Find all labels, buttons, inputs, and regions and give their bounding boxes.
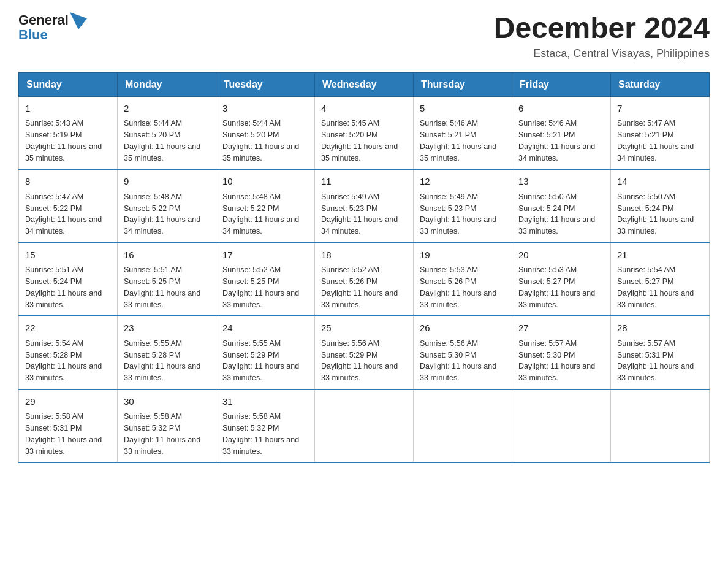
title-block: December 2024 Estaca, Central Visayas, P… xyxy=(494,12,710,60)
day-info: Sunrise: 5:43 AMSunset: 5:19 PMDaylight:… xyxy=(25,118,111,164)
header-sunday: Sunday xyxy=(19,72,118,96)
calendar-week-row: 29 Sunrise: 5:58 AMSunset: 5:31 PMDaylig… xyxy=(19,389,710,463)
day-number: 4 xyxy=(321,102,407,116)
calendar-cell: 22 Sunrise: 5:54 AMSunset: 5:28 PMDaylig… xyxy=(19,316,118,389)
calendar-cell: 7 Sunrise: 5:47 AMSunset: 5:21 PMDayligh… xyxy=(611,96,710,169)
calendar-cell: 21 Sunrise: 5:54 AMSunset: 5:27 PMDaylig… xyxy=(611,243,710,316)
header-monday: Monday xyxy=(118,72,216,96)
calendar-cell xyxy=(611,389,710,463)
calendar-header-row: Sunday Monday Tuesday Wednesday Thursday… xyxy=(19,72,710,96)
day-number: 22 xyxy=(25,321,111,335)
calendar-cell: 31 Sunrise: 5:58 AMSunset: 5:32 PMDaylig… xyxy=(216,389,315,463)
day-number: 23 xyxy=(124,321,210,335)
calendar-subtitle: Estaca, Central Visayas, Philippines xyxy=(494,47,710,60)
calendar-week-row: 15 Sunrise: 5:51 AMSunset: 5:24 PMDaylig… xyxy=(19,243,710,316)
day-number: 19 xyxy=(420,248,506,262)
day-info: Sunrise: 5:54 AMSunset: 5:28 PMDaylight:… xyxy=(25,338,111,384)
calendar-cell: 14 Sunrise: 5:50 AMSunset: 5:24 PMDaylig… xyxy=(611,169,710,243)
calendar-cell: 6 Sunrise: 5:46 AMSunset: 5:21 PMDayligh… xyxy=(512,96,611,169)
calendar-cell xyxy=(315,389,414,463)
calendar-cell: 10 Sunrise: 5:48 AMSunset: 5:22 PMDaylig… xyxy=(216,169,315,243)
day-number: 14 xyxy=(617,175,703,189)
calendar-week-row: 1 Sunrise: 5:43 AMSunset: 5:19 PMDayligh… xyxy=(19,96,710,169)
day-info: Sunrise: 5:47 AMSunset: 5:21 PMDaylight:… xyxy=(617,118,703,164)
day-number: 6 xyxy=(518,102,604,116)
day-number: 30 xyxy=(124,395,210,409)
day-info: Sunrise: 5:54 AMSunset: 5:27 PMDaylight:… xyxy=(617,264,703,310)
day-number: 13 xyxy=(518,175,604,189)
day-number: 11 xyxy=(321,175,407,189)
day-number: 28 xyxy=(617,321,703,335)
calendar-cell: 18 Sunrise: 5:52 AMSunset: 5:26 PMDaylig… xyxy=(315,243,414,316)
day-info: Sunrise: 5:47 AMSunset: 5:22 PMDaylight:… xyxy=(25,191,111,237)
calendar-cell: 4 Sunrise: 5:45 AMSunset: 5:20 PMDayligh… xyxy=(315,96,414,169)
calendar-table: Sunday Monday Tuesday Wednesday Thursday… xyxy=(18,72,710,464)
header-friday: Friday xyxy=(512,72,611,96)
calendar-cell: 13 Sunrise: 5:50 AMSunset: 5:24 PMDaylig… xyxy=(512,169,611,243)
day-info: Sunrise: 5:49 AMSunset: 5:23 PMDaylight:… xyxy=(321,191,407,237)
logo: General Blue xyxy=(18,12,87,43)
header-saturday: Saturday xyxy=(611,72,710,96)
day-info: Sunrise: 5:56 AMSunset: 5:29 PMDaylight:… xyxy=(321,338,407,384)
day-info: Sunrise: 5:44 AMSunset: 5:20 PMDaylight:… xyxy=(222,118,308,164)
day-number: 17 xyxy=(222,248,308,262)
day-number: 25 xyxy=(321,321,407,335)
day-info: Sunrise: 5:52 AMSunset: 5:26 PMDaylight:… xyxy=(321,264,407,310)
day-info: Sunrise: 5:48 AMSunset: 5:22 PMDaylight:… xyxy=(222,191,308,237)
day-number: 3 xyxy=(222,102,308,116)
calendar-cell: 26 Sunrise: 5:56 AMSunset: 5:30 PMDaylig… xyxy=(414,316,512,389)
calendar-cell xyxy=(512,389,611,463)
calendar-cell: 30 Sunrise: 5:58 AMSunset: 5:32 PMDaylig… xyxy=(118,389,216,463)
calendar-cell xyxy=(414,389,512,463)
calendar-cell: 9 Sunrise: 5:48 AMSunset: 5:22 PMDayligh… xyxy=(118,169,216,243)
calendar-cell: 12 Sunrise: 5:49 AMSunset: 5:23 PMDaylig… xyxy=(414,169,512,243)
day-info: Sunrise: 5:56 AMSunset: 5:30 PMDaylight:… xyxy=(420,338,506,384)
day-info: Sunrise: 5:58 AMSunset: 5:32 PMDaylight:… xyxy=(222,411,308,457)
calendar-week-row: 22 Sunrise: 5:54 AMSunset: 5:28 PMDaylig… xyxy=(19,316,710,389)
day-number: 18 xyxy=(321,248,407,262)
day-number: 26 xyxy=(420,321,506,335)
day-number: 2 xyxy=(124,102,210,116)
day-info: Sunrise: 5:51 AMSunset: 5:24 PMDaylight:… xyxy=(25,264,111,310)
day-number: 7 xyxy=(617,102,703,116)
calendar-cell: 16 Sunrise: 5:51 AMSunset: 5:25 PMDaylig… xyxy=(118,243,216,316)
day-number: 31 xyxy=(222,395,308,409)
day-number: 12 xyxy=(420,175,506,189)
header-thursday: Thursday xyxy=(414,72,512,96)
day-info: Sunrise: 5:46 AMSunset: 5:21 PMDaylight:… xyxy=(420,118,506,164)
calendar-cell: 17 Sunrise: 5:52 AMSunset: 5:25 PMDaylig… xyxy=(216,243,315,316)
day-number: 9 xyxy=(124,175,210,189)
day-number: 29 xyxy=(25,395,111,409)
page-header: General Blue December 2024 Estaca, Centr… xyxy=(18,12,710,60)
day-number: 10 xyxy=(222,175,308,189)
calendar-cell: 2 Sunrise: 5:44 AMSunset: 5:20 PMDayligh… xyxy=(118,96,216,169)
day-info: Sunrise: 5:50 AMSunset: 5:24 PMDaylight:… xyxy=(518,191,604,237)
day-info: Sunrise: 5:51 AMSunset: 5:25 PMDaylight:… xyxy=(124,264,210,310)
calendar-week-row: 8 Sunrise: 5:47 AMSunset: 5:22 PMDayligh… xyxy=(19,169,710,243)
day-info: Sunrise: 5:50 AMSunset: 5:24 PMDaylight:… xyxy=(617,191,703,237)
calendar-cell: 23 Sunrise: 5:55 AMSunset: 5:28 PMDaylig… xyxy=(118,316,216,389)
calendar-cell: 8 Sunrise: 5:47 AMSunset: 5:22 PMDayligh… xyxy=(19,169,118,243)
calendar-title: December 2024 xyxy=(494,12,710,45)
calendar-cell: 11 Sunrise: 5:49 AMSunset: 5:23 PMDaylig… xyxy=(315,169,414,243)
day-info: Sunrise: 5:53 AMSunset: 5:26 PMDaylight:… xyxy=(420,264,506,310)
day-info: Sunrise: 5:49 AMSunset: 5:23 PMDaylight:… xyxy=(420,191,506,237)
day-info: Sunrise: 5:57 AMSunset: 5:31 PMDaylight:… xyxy=(617,338,703,384)
day-number: 1 xyxy=(25,102,111,116)
day-number: 20 xyxy=(518,248,604,262)
calendar-cell: 15 Sunrise: 5:51 AMSunset: 5:24 PMDaylig… xyxy=(19,243,118,316)
day-number: 21 xyxy=(617,248,703,262)
day-number: 16 xyxy=(124,248,210,262)
calendar-cell: 29 Sunrise: 5:58 AMSunset: 5:31 PMDaylig… xyxy=(19,389,118,463)
day-number: 5 xyxy=(420,102,506,116)
day-info: Sunrise: 5:53 AMSunset: 5:27 PMDaylight:… xyxy=(518,264,604,310)
calendar-cell: 3 Sunrise: 5:44 AMSunset: 5:20 PMDayligh… xyxy=(216,96,315,169)
header-tuesday: Tuesday xyxy=(216,72,315,96)
day-number: 27 xyxy=(518,321,604,335)
calendar-cell: 28 Sunrise: 5:57 AMSunset: 5:31 PMDaylig… xyxy=(611,316,710,389)
calendar-cell: 27 Sunrise: 5:57 AMSunset: 5:30 PMDaylig… xyxy=(512,316,611,389)
day-info: Sunrise: 5:58 AMSunset: 5:31 PMDaylight:… xyxy=(25,411,111,457)
calendar-cell: 19 Sunrise: 5:53 AMSunset: 5:26 PMDaylig… xyxy=(414,243,512,316)
calendar-cell: 24 Sunrise: 5:55 AMSunset: 5:29 PMDaylig… xyxy=(216,316,315,389)
header-wednesday: Wednesday xyxy=(315,72,414,96)
